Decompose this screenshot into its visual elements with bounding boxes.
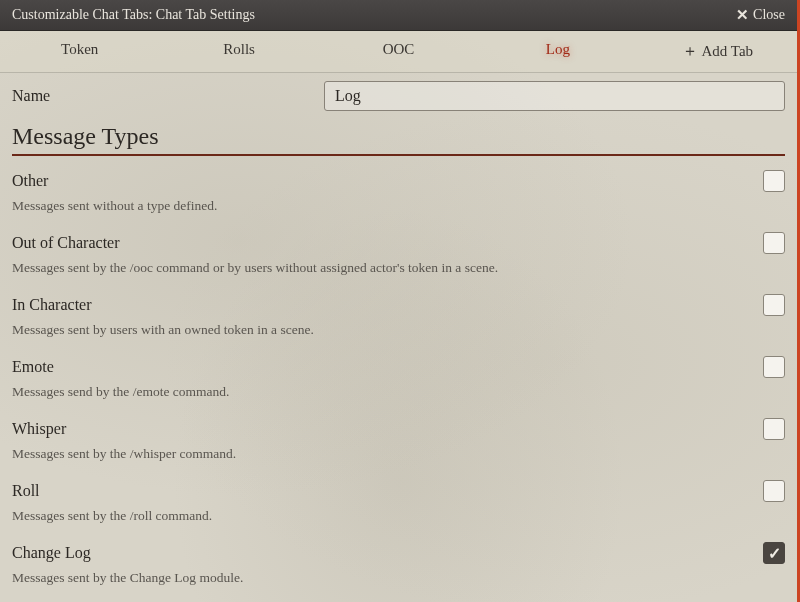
msgtype-desc: Messages sent by users with an owned tok… bbox=[12, 322, 785, 338]
msgtype-desc: Messages sent by the Change Log module. bbox=[12, 570, 785, 586]
msgtype-whisper: Whisper Messages sent by the /whisper co… bbox=[12, 418, 785, 462]
msgtype-desc: Messages send by the /emote command. bbox=[12, 384, 785, 400]
msgtype-label: Roll bbox=[12, 482, 40, 500]
msgtype-label: Emote bbox=[12, 358, 54, 376]
msgtype-desc: Messages sent by the /roll command. bbox=[12, 508, 785, 524]
msgtype-other: Other Messages sent without a type defin… bbox=[12, 170, 785, 214]
checkbox-roll[interactable] bbox=[763, 480, 785, 502]
msgtype-desc: Messages sent by the /whisper command. bbox=[12, 446, 785, 462]
msgtype-label: Other bbox=[12, 172, 48, 190]
checkbox-ooc[interactable] bbox=[763, 232, 785, 254]
msgtype-label: Whisper bbox=[12, 420, 66, 438]
close-button[interactable]: ✕ Close bbox=[736, 6, 785, 24]
plus-icon: ＋ bbox=[682, 41, 698, 62]
tab-rolls[interactable]: Rolls bbox=[159, 31, 318, 72]
name-row: Name bbox=[12, 81, 785, 111]
section-title-message-types: Message Types bbox=[12, 123, 785, 156]
checkbox-emote[interactable] bbox=[763, 356, 785, 378]
checkbox-changelog[interactable] bbox=[763, 542, 785, 564]
checkbox-ic[interactable] bbox=[763, 294, 785, 316]
content-area: Name Message Types Other Messages sent w… bbox=[0, 73, 797, 602]
tab-log[interactable]: Log bbox=[478, 31, 637, 72]
checkbox-whisper[interactable] bbox=[763, 418, 785, 440]
titlebar: Customizable Chat Tabs: Chat Tab Setting… bbox=[0, 0, 797, 31]
add-tab-label: Add Tab bbox=[702, 43, 754, 60]
msgtype-changelog: Change Log Messages sent by the Change L… bbox=[12, 542, 785, 586]
msgtype-desc: Messages sent by the /ooc command or by … bbox=[12, 260, 785, 276]
msgtype-ic: In Character Messages sent by users with… bbox=[12, 294, 785, 338]
close-label: Close bbox=[753, 7, 785, 23]
add-tab-button[interactable]: ＋ Add Tab bbox=[638, 31, 797, 72]
tab-label: Rolls bbox=[223, 41, 255, 57]
tab-token[interactable]: Token bbox=[0, 31, 159, 72]
settings-window: Customizable Chat Tabs: Chat Tab Setting… bbox=[0, 0, 800, 602]
tab-bar: Token Rolls OOC Log ＋ Add Tab bbox=[0, 31, 797, 73]
msgtype-label: Change Log bbox=[12, 544, 91, 562]
msgtype-emote: Emote Messages send by the /emote comman… bbox=[12, 356, 785, 400]
window-title: Customizable Chat Tabs: Chat Tab Setting… bbox=[12, 7, 255, 23]
checkbox-other[interactable] bbox=[763, 170, 785, 192]
msgtype-label: Out of Character bbox=[12, 234, 120, 252]
tab-label: Token bbox=[61, 41, 98, 57]
name-input[interactable] bbox=[324, 81, 785, 111]
tab-label: OOC bbox=[383, 41, 415, 57]
msgtype-ooc: Out of Character Messages sent by the /o… bbox=[12, 232, 785, 276]
msgtype-label: In Character bbox=[12, 296, 92, 314]
msgtype-desc: Messages sent without a type defined. bbox=[12, 198, 785, 214]
tab-label: Log bbox=[546, 41, 570, 57]
msgtype-roll: Roll Messages sent by the /roll command. bbox=[12, 480, 785, 524]
close-icon: ✕ bbox=[736, 6, 749, 24]
name-label: Name bbox=[12, 87, 62, 105]
tab-ooc[interactable]: OOC bbox=[319, 31, 478, 72]
